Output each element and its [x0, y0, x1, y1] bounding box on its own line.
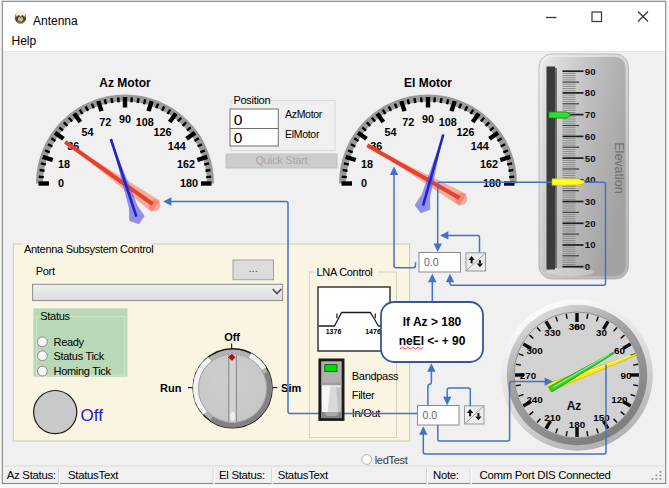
svg-text:80: 80 — [585, 87, 596, 98]
svg-text:0: 0 — [361, 177, 367, 189]
svg-text:270: 270 — [520, 370, 537, 381]
svg-text:162: 162 — [177, 158, 195, 170]
svg-text:180: 180 — [180, 177, 198, 189]
svg-text:108: 108 — [136, 116, 154, 128]
svg-text:El Status:: El Status: — [219, 469, 265, 481]
svg-text:Port: Port — [36, 265, 55, 277]
svg-text:Filter: Filter — [352, 389, 375, 401]
svg-text:neEl <- + 90: neEl <- + 90 — [399, 334, 466, 348]
svg-text:...: ... — [248, 262, 258, 274]
svg-text:Az Status:: Az Status: — [7, 469, 56, 481]
svg-text:180: 180 — [569, 419, 586, 430]
svg-text:If Az > 180: If Az > 180 — [403, 315, 462, 329]
svg-text:Bandpass: Bandpass — [352, 370, 399, 382]
svg-text:Antenna Subsystem Control: Antenna Subsystem Control — [24, 243, 153, 255]
svg-text:Az Motor: Az Motor — [99, 76, 151, 90]
svg-text:18: 18 — [58, 158, 70, 170]
svg-text:Position: Position — [234, 94, 271, 106]
svg-text:90: 90 — [422, 113, 434, 125]
svg-text:150: 150 — [593, 412, 610, 423]
svg-text:210: 210 — [544, 412, 561, 423]
svg-text:Sim: Sim — [281, 382, 301, 394]
svg-text:18: 18 — [361, 158, 373, 170]
svg-text:72: 72 — [99, 116, 111, 128]
svg-text:Note:: Note: — [433, 469, 459, 481]
svg-text:Off: Off — [81, 406, 104, 425]
svg-text:144: 144 — [168, 140, 186, 152]
svg-text:60: 60 — [614, 345, 625, 356]
svg-text:108: 108 — [439, 116, 457, 128]
svg-text:Status Tick: Status Tick — [54, 350, 105, 362]
svg-text:162: 162 — [480, 158, 498, 170]
svg-text:0: 0 — [234, 129, 243, 146]
svg-text:Status: Status — [40, 310, 70, 322]
svg-text:StatusText: StatusText — [278, 469, 329, 481]
svg-text:144: 144 — [471, 140, 489, 152]
svg-text:1476: 1476 — [365, 328, 381, 335]
svg-text:Elevation: Elevation — [612, 142, 626, 193]
svg-text:30: 30 — [585, 196, 596, 207]
svg-text:StatusText: StatusText — [68, 469, 119, 481]
svg-text:126: 126 — [154, 126, 172, 138]
svg-text:20: 20 — [585, 218, 596, 229]
svg-text:El Motor: El Motor — [404, 76, 452, 90]
svg-text:Run: Run — [160, 382, 182, 394]
svg-text:90: 90 — [119, 113, 131, 125]
svg-text:72: 72 — [402, 116, 414, 128]
svg-text:0: 0 — [58, 177, 64, 189]
svg-text:0: 0 — [234, 111, 243, 128]
svg-text:0: 0 — [585, 261, 590, 272]
svg-text:1376: 1376 — [326, 328, 342, 335]
svg-text:Comm Port DIS Connected: Comm Port DIS Connected — [480, 469, 611, 481]
svg-text:90: 90 — [621, 370, 632, 381]
svg-text:Off: Off — [224, 331, 240, 343]
svg-text:330: 330 — [544, 327, 561, 338]
svg-text:Antenna: Antenna — [33, 14, 78, 28]
svg-text:0.0: 0.0 — [424, 256, 439, 268]
svg-text:Homing Tick: Homing Tick — [54, 365, 112, 377]
svg-text:40: 40 — [585, 174, 596, 185]
svg-text:LNA Control: LNA Control — [317, 266, 373, 278]
svg-text:50: 50 — [585, 153, 596, 164]
svg-text:0: 0 — [574, 321, 580, 332]
svg-text:AzMotor: AzMotor — [285, 108, 323, 120]
svg-text:10: 10 — [585, 239, 596, 250]
svg-text:126: 126 — [457, 126, 475, 138]
svg-text:Az: Az — [567, 399, 582, 413]
svg-text:ledTest: ledTest — [375, 454, 408, 466]
svg-text:60: 60 — [585, 131, 596, 142]
svg-text:70: 70 — [585, 109, 596, 120]
svg-text:Help: Help — [12, 34, 37, 48]
svg-text:90: 90 — [585, 66, 596, 77]
svg-text:54: 54 — [384, 126, 396, 138]
svg-text:120: 120 — [611, 394, 628, 405]
svg-text:300: 300 — [526, 345, 543, 356]
svg-text:Ready: Ready — [54, 336, 85, 348]
svg-text:ElMotor: ElMotor — [285, 128, 320, 140]
svg-text:0.0: 0.0 — [423, 409, 438, 421]
svg-text:54: 54 — [81, 126, 93, 138]
svg-text:Quick Start: Quick Start — [255, 154, 307, 166]
svg-text:240: 240 — [526, 394, 543, 405]
svg-text:180: 180 — [483, 177, 501, 189]
svg-text:30: 30 — [596, 327, 607, 338]
